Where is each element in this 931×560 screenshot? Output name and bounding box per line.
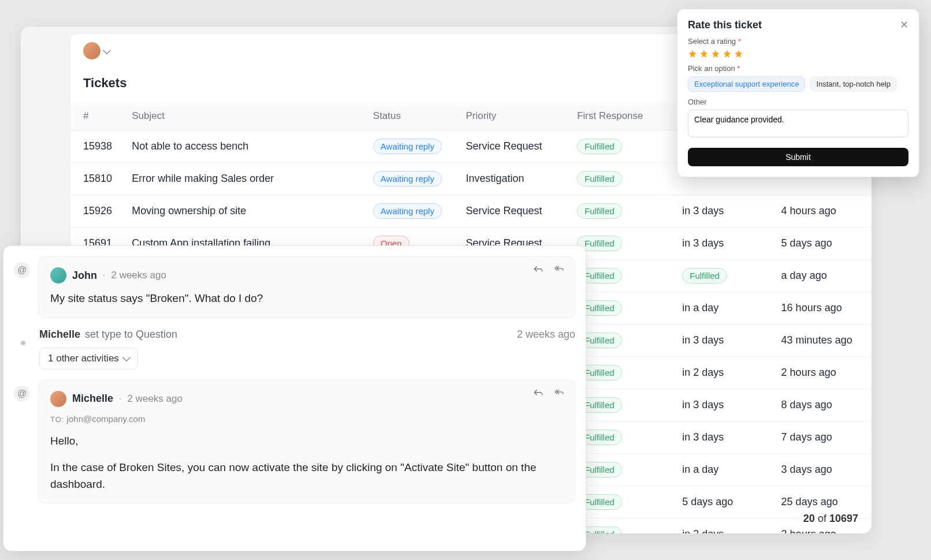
status-badge: Awaiting reply (373, 171, 442, 186)
cell-created: 43 minutes ago (773, 324, 872, 357)
cell-priority: Investigation (457, 163, 569, 195)
col-subject[interactable]: Subject (124, 102, 365, 130)
col-first-response[interactable]: First Response (569, 102, 674, 130)
chevron-down-icon (103, 46, 111, 54)
cell-resolution: in 3 days (674, 324, 773, 357)
activity-author: Michelle (39, 328, 80, 341)
message-card: Michelle · 2 weeks ago TO: john@company.… (38, 380, 575, 504)
cell-status: Awaiting reply (365, 130, 458, 163)
cell-status: Awaiting reply (365, 163, 458, 195)
activity-row: Michelle set type to Question 2 weeks ag… (39, 328, 575, 341)
table-row[interactable]: 15926Moving ownership of siteAwaiting re… (70, 195, 872, 227)
cell-resolution: in a day (674, 454, 773, 486)
reply-icon[interactable] (533, 265, 543, 273)
rate-ticket-modal: Rate this ticket ✕ Select a rating * Pic… (677, 9, 919, 177)
star-icon[interactable] (723, 49, 732, 58)
cell-resolution: 5 days ago (674, 486, 773, 518)
of-label: of (818, 513, 826, 524)
star-icon[interactable] (688, 49, 697, 58)
cell-subject: Not able to access bench (124, 130, 365, 163)
cell-created: 4 hours ago (773, 195, 872, 227)
col-status[interactable]: Status (365, 102, 458, 130)
cell-number: 15810 (70, 163, 124, 195)
status-badge: Fulfilled (577, 203, 622, 219)
cell-resolution: Fulfilled (674, 260, 773, 292)
rating-tag[interactable]: Exceptional support experience (688, 76, 805, 92)
status-badge: Fulfilled (577, 139, 622, 154)
star-icon[interactable] (711, 49, 720, 58)
reply-icon[interactable] (533, 389, 543, 397)
cell-number: 15938 (70, 130, 124, 163)
message-time: 2 weeks ago (127, 393, 182, 405)
star-icon[interactable] (734, 49, 743, 58)
cell-number: 15926 (70, 195, 124, 227)
status-badge: Fulfilled (682, 268, 727, 283)
cell-first-response: Fulfilled (569, 195, 674, 227)
cell-resolution: in 3 days (674, 195, 773, 227)
activity-text: set type to Question (85, 328, 177, 341)
col-number[interactable]: # (70, 102, 124, 130)
avatar (83, 42, 100, 59)
cell-created: 16 hours ago (773, 292, 872, 324)
mention-icon: @ (14, 386, 30, 402)
cell-created: 5 days ago (773, 227, 872, 260)
cell-created: 3 days ago (773, 454, 872, 486)
message-card: John · 2 weeks ago My site status says "… (38, 256, 575, 318)
cell-created: 8 days ago (773, 389, 872, 421)
avatar (50, 267, 66, 283)
cell-priority: Service Request (457, 130, 569, 163)
cell-created: a day ago (773, 260, 872, 292)
status-badge: Fulfilled (577, 171, 622, 186)
message-author: Michelle (72, 393, 113, 405)
cell-resolution: in a day (674, 292, 773, 324)
col-priority[interactable]: Priority (457, 102, 569, 130)
mention-icon: @ (14, 262, 30, 278)
modal-title: Rate this ticket (688, 19, 762, 31)
shown-count: 20 (803, 513, 815, 524)
expand-activities-button[interactable]: 1 other activities (39, 348, 138, 369)
status-badge: Awaiting reply (373, 139, 442, 154)
cell-first-response: Fulfilled (569, 163, 674, 195)
cell-subject: Moving ownership of site (124, 195, 365, 227)
activity-dot-icon (21, 341, 25, 345)
cell-created: 7 days ago (773, 421, 872, 454)
close-icon[interactable]: ✕ (900, 18, 908, 31)
message-body: Hello, In the case of Broken Sites, you … (50, 433, 563, 493)
message-body: My site status says "Broken". What do I … (50, 290, 563, 307)
cell-created: 2 hours ago (773, 357, 872, 389)
other-feedback-input[interactable]: Clear guidance provided. (688, 110, 908, 137)
cell-status: Awaiting reply (365, 195, 458, 227)
activity-time: 2 weeks ago (517, 328, 575, 341)
chevron-down-icon (122, 353, 131, 361)
other-label: Other (688, 98, 908, 106)
avatar (50, 391, 66, 407)
star-rating[interactable] (688, 49, 908, 58)
cell-resolution: in 2 days (674, 357, 773, 389)
message-author: John (72, 270, 97, 282)
expand-label: 1 other activities (48, 353, 119, 364)
cell-resolution: in 2 days (674, 518, 773, 535)
cell-first-response: Fulfilled (569, 130, 674, 163)
rating-tag[interactable]: Instant, top-notch help (810, 76, 897, 92)
conversation-panel: @ John · 2 weeks ago My site status says… (3, 245, 586, 551)
reply-all-icon[interactable] (554, 265, 564, 273)
cell-subject: Error while making Sales order (124, 163, 365, 195)
message-time: 2 weeks ago (111, 270, 166, 281)
cell-priority: Service Request (457, 195, 569, 227)
cell-resolution: in 3 days (674, 421, 773, 454)
star-icon[interactable] (699, 49, 709, 58)
select-rating-label: Select a rating * (688, 37, 908, 46)
message-to: TO: john@company.com (50, 414, 563, 424)
status-badge: Awaiting reply (373, 203, 442, 219)
cell-resolution: in 3 days (674, 389, 773, 421)
cell-resolution: in 3 days (674, 227, 773, 260)
pagination-count: 20 of 10697 (803, 513, 858, 525)
submit-button[interactable]: Submit (688, 148, 908, 166)
pick-option-label: Pick an option * (688, 64, 908, 73)
total-count: 10697 (829, 513, 858, 524)
reply-all-icon[interactable] (554, 389, 564, 397)
